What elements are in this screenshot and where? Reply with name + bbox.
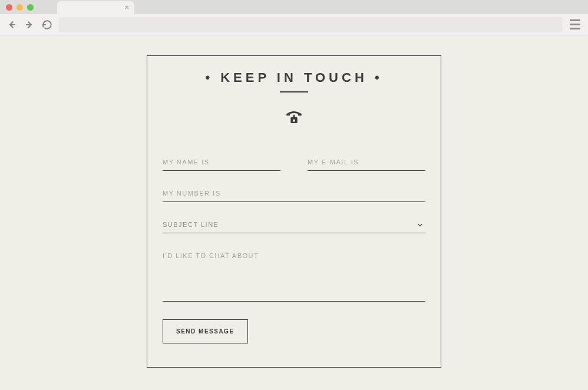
close-window-button[interactable] [6, 4, 12, 11]
email-input[interactable] [308, 155, 425, 171]
message-textarea[interactable] [163, 249, 425, 302]
minimize-window-button[interactable] [16, 4, 23, 11]
svg-point-3 [293, 120, 295, 122]
number-input[interactable] [163, 186, 425, 202]
arrow-left-icon [6, 19, 17, 30]
browser-toolbar [0, 14, 588, 35]
page-content: • KEEP IN TOUCH • [0, 35, 588, 390]
forward-button[interactable] [24, 19, 35, 31]
card-heading: • KEEP IN TOUCH • [163, 70, 425, 85]
address-bar[interactable] [59, 17, 562, 32]
tab-bar: × [0, 0, 588, 14]
vintage-phone-icon [284, 109, 304, 125]
maximize-window-button[interactable] [27, 4, 34, 11]
send-message-button[interactable]: SEND MESSAGE [163, 319, 248, 343]
subject-select-label: SUBJECT LINE [163, 217, 425, 233]
hamburger-icon [570, 19, 580, 21]
close-tab-icon[interactable]: × [124, 4, 129, 11]
name-input[interactable] [163, 155, 280, 171]
browser-tab[interactable]: × [57, 1, 134, 14]
menu-button[interactable] [568, 18, 582, 32]
contact-form: SUBJECT LINE SEND MESSAGE [163, 155, 425, 343]
svg-rect-4 [293, 115, 295, 118]
phone-illustration [163, 109, 425, 125]
window-controls [6, 4, 34, 11]
contact-card: • KEEP IN TOUCH • [147, 55, 441, 368]
reload-button[interactable] [41, 19, 53, 31]
subject-select[interactable]: SUBJECT LINE [163, 217, 425, 233]
heading-rule [280, 91, 308, 92]
arrow-right-icon [24, 19, 35, 30]
browser-window: × • KEEP IN TOUCH • [0, 0, 588, 390]
reload-icon [42, 19, 52, 30]
back-button[interactable] [6, 19, 18, 31]
